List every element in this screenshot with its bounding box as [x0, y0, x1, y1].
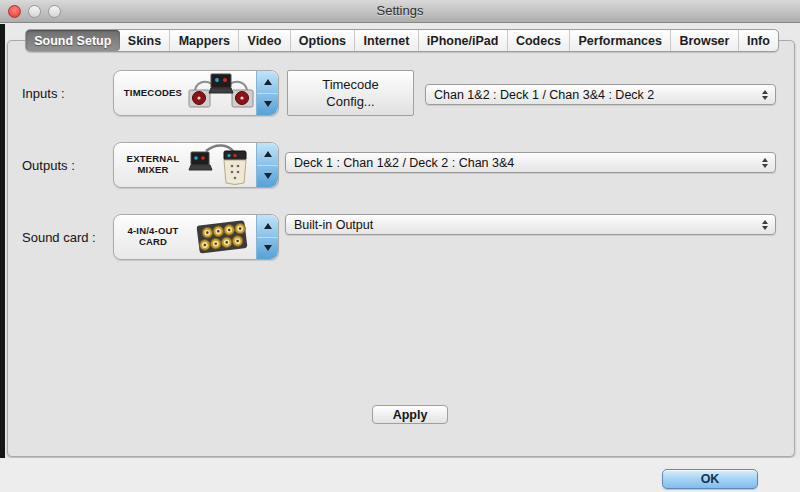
tab-internet[interactable]: Internet: [354, 30, 417, 51]
outputs-type-selector[interactable]: EXTERNAL MIXER: [113, 142, 279, 188]
inputs-label: Inputs :: [22, 86, 65, 101]
inputs-selector-spinner: [256, 71, 278, 115]
inputs-spinner-down-icon[interactable]: [257, 94, 278, 116]
close-window-icon[interactable]: [8, 5, 21, 18]
tab-performances[interactable]: Performances: [569, 30, 670, 51]
tab-codecs[interactable]: Codecs: [507, 30, 570, 51]
tab-mappers[interactable]: Mappers: [169, 30, 238, 51]
window-title: Settings: [0, 0, 800, 22]
timecodes-turntables-image: [186, 71, 256, 115]
tab-video[interactable]: Video: [238, 30, 289, 51]
outputs-label: Outputs :: [22, 158, 75, 173]
outputs-channel-dropdown[interactable]: Deck 1 : Chan 1&2 / Deck 2 : Chan 3&4: [285, 152, 776, 173]
sound-card-spinner-down-icon[interactable]: [257, 238, 278, 260]
zoom-window-icon[interactable]: [48, 5, 61, 18]
inputs-channel-dropdown[interactable]: Chan 1&2 : Deck 1 / Chan 3&4 : Deck 2: [425, 84, 776, 105]
external-mixer-image: [186, 143, 256, 187]
rca-card-image: [186, 215, 256, 259]
sound-card-selector-label: 4-IN/4-OUT CARD: [114, 226, 186, 248]
inputs-spinner-up-icon[interactable]: [257, 71, 278, 94]
minimize-window-icon[interactable]: [28, 5, 41, 18]
tab-sound-setup[interactable]: Sound Setup: [26, 30, 120, 51]
sound-card-spinner-up-icon[interactable]: [257, 215, 278, 238]
window-titlebar: Settings: [0, 0, 800, 23]
inputs-channel-value: Chan 1&2 : Deck 1 / Chan 3&4 : Deck 2: [426, 88, 775, 102]
sound-card-selector-spinner: [256, 215, 278, 259]
sound-card-dropdown[interactable]: Built-in Output: [285, 214, 776, 235]
inputs-type-selector[interactable]: TIMECODES: [113, 70, 279, 116]
outputs-selector-spinner: [256, 143, 278, 187]
popup-stepper-icon: [762, 90, 768, 100]
tab-skins[interactable]: Skins: [120, 30, 170, 51]
ok-button[interactable]: OK: [662, 469, 758, 489]
inputs-selector-label: TIMECODES: [114, 88, 186, 99]
tab-options[interactable]: Options: [290, 30, 355, 51]
tab-iphone-ipad[interactable]: iPhone/iPad: [418, 30, 507, 51]
sound-card-label: Sound card :: [22, 230, 96, 245]
popup-stepper-icon: [762, 220, 768, 230]
tab-info[interactable]: Info: [738, 30, 778, 51]
timecode-config-button[interactable]: Timecode Config...: [287, 70, 414, 116]
outputs-selector-label: EXTERNAL MIXER: [114, 154, 186, 176]
timecode-config-line2: Config...: [326, 93, 374, 110]
sound-card-value: Built-in Output: [286, 218, 775, 232]
timecode-config-line1: Timecode: [322, 76, 379, 93]
background-app-edge: [0, 24, 5, 458]
settings-tab-bar: Sound Setup Skins Mappers Video Options …: [25, 29, 779, 52]
sound-card-type-selector[interactable]: 4-IN/4-OUT CARD: [113, 214, 279, 260]
tab-browser[interactable]: Browser: [670, 30, 738, 51]
outputs-spinner-down-icon[interactable]: [257, 166, 278, 188]
popup-stepper-icon: [762, 158, 768, 168]
outputs-spinner-up-icon[interactable]: [257, 143, 278, 166]
apply-button[interactable]: Apply: [372, 405, 448, 424]
outputs-channel-value: Deck 1 : Chan 1&2 / Deck 2 : Chan 3&4: [286, 156, 775, 170]
